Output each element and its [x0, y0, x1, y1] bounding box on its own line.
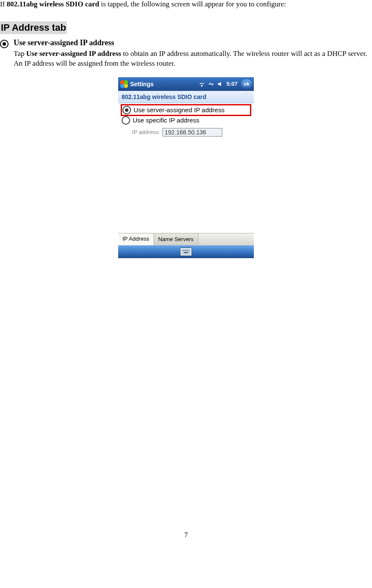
tab-bar: IP Address Name Servers: [118, 233, 254, 245]
volume-icon[interactable]: [217, 81, 224, 87]
keyboard-icon[interactable]: [180, 247, 192, 256]
clock-text: 5:07: [227, 81, 238, 87]
connectivity-icon[interactable]: [208, 81, 215, 87]
radio-server-label: Use server-assigned IP address: [134, 106, 224, 114]
wifi-icon[interactable]: [198, 81, 205, 87]
svg-rect-5: [187, 250, 188, 251]
radio-icon-selected: [122, 106, 131, 114]
svg-rect-3: [184, 250, 185, 251]
svg-rect-6: [188, 250, 189, 251]
bullet-heading: Use server-assigned IP address: [14, 38, 114, 47]
svg-rect-4: [186, 250, 186, 251]
page-number: 7: [0, 531, 372, 539]
section-heading-ip-address-tab: IP Address tab: [0, 21, 67, 34]
settings-subtitle: 802.11abg wireless SDIO card: [118, 91, 254, 103]
ip-address-label: IP address:: [122, 129, 160, 135]
radio-icon-unselected: [122, 116, 130, 125]
screenshot-device: Settings 5:07 ok 802.11abg wireless SDIO…: [118, 77, 254, 258]
tab-ip-address[interactable]: IP Address: [118, 233, 154, 245]
tab-name-servers[interactable]: Name Servers: [154, 233, 198, 245]
svg-point-0: [201, 85, 203, 87]
windows-flag-icon[interactable]: [120, 80, 128, 88]
intro-text: If 802.11abg wireless SDIO card is tappe…: [0, 0, 372, 9]
settings-content: Use server-assigned IP address Use speci…: [118, 103, 254, 233]
ip-address-input[interactable]: [163, 128, 222, 137]
radio-specific-label: Use specific IP address: [133, 116, 199, 124]
title-bar: Settings 5:07 ok: [118, 77, 254, 91]
bullet-body: Tap Use server-assigned IP address to ob…: [14, 49, 372, 69]
bullet-dot-icon: [0, 40, 9, 48]
svg-rect-1: [182, 250, 190, 254]
radio-specific-ip[interactable]: Use specific IP address: [122, 115, 250, 125]
bottom-bar: [118, 245, 254, 258]
svg-rect-2: [183, 250, 184, 251]
radio-server-assigned[interactable]: Use server-assigned IP address: [122, 105, 250, 115]
ok-button[interactable]: ok: [241, 79, 252, 89]
svg-rect-7: [184, 252, 188, 253]
title-bar-label: Settings: [130, 81, 154, 87]
